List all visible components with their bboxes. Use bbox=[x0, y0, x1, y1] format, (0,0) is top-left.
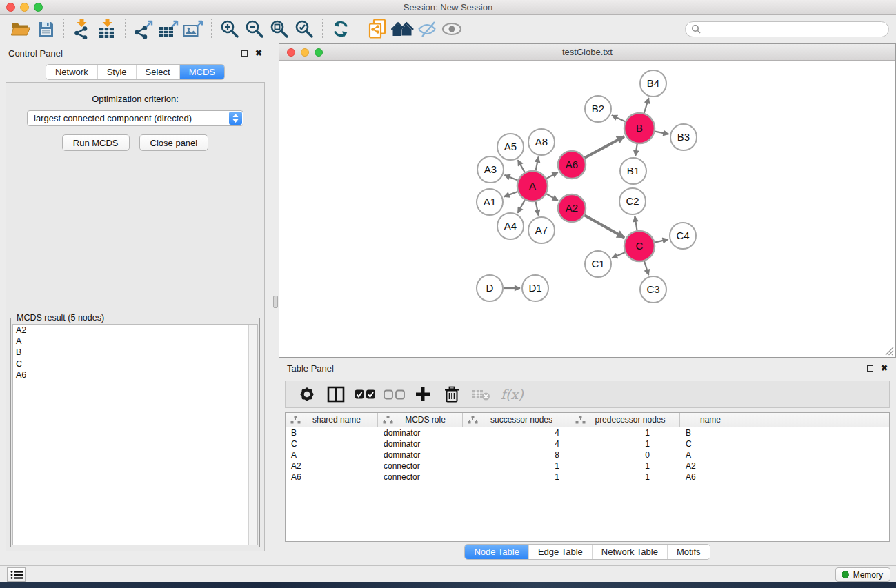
graph-edge-A-A3[interactable] bbox=[504, 175, 517, 181]
mcds-result-item[interactable]: A6 bbox=[13, 369, 257, 381]
refresh-layout-icon[interactable] bbox=[328, 17, 353, 41]
graph-node-A4[interactable]: A4 bbox=[497, 213, 524, 239]
table-cell[interactable]: dominator bbox=[378, 428, 463, 438]
trash-icon[interactable] bbox=[440, 383, 464, 405]
graph-edge-B-B2[interactable] bbox=[612, 115, 625, 121]
close-panel-button[interactable]: Close panel bbox=[139, 134, 209, 151]
tab-network[interactable]: Network bbox=[46, 65, 97, 79]
zoom-selected-icon[interactable] bbox=[292, 17, 317, 41]
graph-node-C1[interactable]: C1 bbox=[585, 251, 611, 277]
graph-node-B[interactable]: B bbox=[624, 113, 655, 143]
table-cell[interactable]: 4 bbox=[463, 428, 570, 438]
close-panel-icon[interactable]: ✖ bbox=[255, 49, 262, 57]
zoom-out-icon[interactable] bbox=[242, 17, 267, 41]
tab-style[interactable]: Style bbox=[97, 65, 136, 79]
table-cell[interactable]: A2 bbox=[286, 461, 378, 471]
gear-icon[interactable] bbox=[295, 383, 319, 405]
tab-edge-table[interactable]: Edge Table bbox=[528, 545, 592, 559]
show-panels-button[interactable] bbox=[7, 567, 26, 582]
table-cell[interactable]: 1 bbox=[570, 428, 680, 438]
graph-node-A6[interactable]: A6 bbox=[558, 151, 586, 179]
mcds-result-item[interactable]: B bbox=[13, 347, 257, 358]
scrollbar-track[interactable] bbox=[248, 325, 257, 545]
zoom-fit-icon[interactable] bbox=[267, 17, 292, 41]
node-table[interactable]: shared nameMCDS rolesuccessor nodesprede… bbox=[285, 412, 890, 542]
graph-node-A7[interactable]: A7 bbox=[528, 217, 555, 243]
tab-network-table[interactable]: Network Table bbox=[592, 545, 667, 559]
graph-edge-A6-B[interactable] bbox=[584, 136, 624, 158]
table-cell[interactable]: C bbox=[680, 439, 741, 449]
graph-edge-A-A7[interactable] bbox=[536, 202, 539, 216]
graph-node-A2[interactable]: A2 bbox=[558, 194, 586, 222]
delete-table-icon[interactable] bbox=[469, 383, 492, 405]
graph-edge-C-C1[interactable] bbox=[612, 252, 625, 258]
graph-node-B4[interactable]: B4 bbox=[640, 70, 666, 97]
tab-motifs[interactable]: Motifs bbox=[667, 545, 710, 559]
mcds-result-list[interactable]: A2ABCA6 bbox=[12, 324, 258, 545]
table-cell[interactable]: A2 bbox=[680, 461, 741, 471]
zoom-in-icon[interactable] bbox=[217, 17, 242, 41]
graph-edge-A-A5[interactable] bbox=[518, 160, 525, 172]
add-column-icon[interactable] bbox=[411, 383, 435, 405]
table-row[interactable]: Cdominator41C bbox=[286, 438, 889, 449]
mcds-result-item[interactable]: A bbox=[13, 336, 257, 347]
graph-node-D[interactable]: D bbox=[477, 275, 503, 301]
graph-edge-A-A6[interactable] bbox=[546, 172, 558, 179]
table-cell[interactable]: 1 bbox=[463, 472, 570, 482]
graph-edge-C-C2[interactable] bbox=[635, 216, 637, 231]
graph-edge-B-B3[interactable] bbox=[655, 132, 669, 134]
resize-grip-icon[interactable] bbox=[885, 347, 894, 356]
table-cell[interactable]: 1 bbox=[570, 472, 680, 482]
mcds-result-item[interactable]: A2 bbox=[13, 325, 257, 336]
column-header-predecessor-nodes[interactable]: predecessor nodes bbox=[570, 413, 680, 427]
graph-node-A8[interactable]: A8 bbox=[528, 129, 555, 155]
column-header-successor-nodes[interactable]: successor nodes bbox=[463, 413, 570, 427]
unchecked-pair-icon[interactable] bbox=[382, 383, 406, 405]
network-zoom-button[interactable] bbox=[315, 48, 323, 57]
table-cell[interactable]: dominator bbox=[378, 450, 463, 460]
table-cell[interactable]: 1 bbox=[570, 461, 680, 471]
table-cell[interactable]: 1 bbox=[463, 461, 570, 471]
table-cell[interactable]: 4 bbox=[463, 439, 570, 449]
graph-edge-B-B4[interactable] bbox=[644, 98, 649, 113]
table-cell[interactable]: B bbox=[680, 428, 741, 438]
tab-select[interactable]: Select bbox=[136, 65, 179, 79]
graph-edge-A-A1[interactable] bbox=[504, 192, 518, 196]
close-panel-icon[interactable]: ✖ bbox=[881, 364, 888, 372]
graph-edge-A2-C[interactable] bbox=[584, 215, 624, 237]
columns-icon[interactable] bbox=[324, 383, 348, 405]
export-table-icon[interactable] bbox=[156, 17, 181, 41]
eye-icon[interactable] bbox=[439, 17, 464, 41]
network-document-icon[interactable] bbox=[365, 17, 390, 41]
network-minimize-button[interactable] bbox=[301, 48, 309, 57]
table-cell[interactable]: connector bbox=[378, 461, 463, 471]
graph-edge-C-C4[interactable] bbox=[655, 239, 668, 243]
float-panel-icon[interactable] bbox=[867, 365, 873, 372]
graph-node-C2[interactable]: C2 bbox=[619, 188, 646, 214]
table-cell[interactable]: dominator bbox=[378, 439, 463, 449]
memory-button[interactable]: Memory bbox=[835, 567, 890, 582]
graph-edge-B-B1[interactable] bbox=[635, 144, 637, 156]
splitter-handle[interactable] bbox=[273, 296, 278, 308]
float-panel-icon[interactable] bbox=[241, 50, 248, 57]
open-session-icon[interactable] bbox=[8, 17, 33, 41]
save-session-icon[interactable] bbox=[33, 17, 58, 41]
tab-mcds[interactable]: MCDS bbox=[179, 65, 224, 79]
graph-node-A1[interactable]: A1 bbox=[477, 189, 503, 215]
column-header-name[interactable]: name bbox=[680, 413, 741, 427]
export-image-icon[interactable] bbox=[181, 17, 206, 41]
table-cell[interactable]: A6 bbox=[680, 472, 741, 482]
table-cell[interactable]: A6 bbox=[286, 472, 378, 482]
graph-node-C4[interactable]: C4 bbox=[670, 223, 696, 249]
run-mcds-button[interactable]: Run MCDS bbox=[62, 134, 130, 151]
table-cell[interactable]: B bbox=[286, 428, 378, 438]
column-header-MCDS-role[interactable]: MCDS role bbox=[378, 413, 463, 427]
network-canvas[interactable]: B4B2BB3A8A5A6A3B1AC2A1A2A4A7C4CC1C3DD1 bbox=[279, 61, 895, 357]
graph-node-B2[interactable]: B2 bbox=[585, 96, 611, 122]
search-input[interactable] bbox=[704, 23, 888, 35]
graph-edge-A-A8[interactable] bbox=[536, 157, 539, 171]
close-window-button[interactable] bbox=[6, 3, 15, 12]
table-cell[interactable]: connector bbox=[378, 472, 463, 482]
optimization-criterion-select[interactable]: largest connected component (directed) bbox=[27, 110, 243, 126]
function-builder-fx[interactable]: f(x) bbox=[501, 387, 524, 402]
